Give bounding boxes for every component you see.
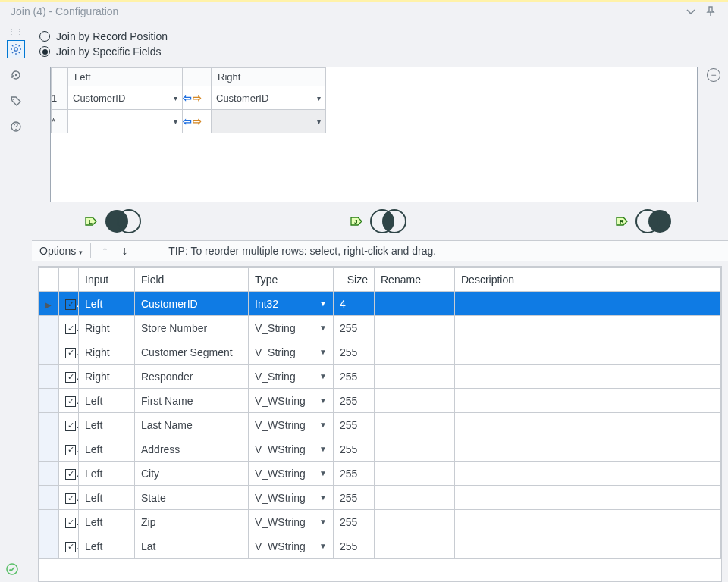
fields-grid-scroll[interactable]: Input Field Type Size Rename Description… — [39, 267, 721, 581]
cell-type-dropdown[interactable]: V_WString▼ — [249, 462, 334, 486]
row-handle[interactable] — [39, 365, 59, 389]
jf-right-select[interactable]: CustomerID▾ — [212, 86, 325, 109]
table-row[interactable]: ✓LeftCityV_WString▼255 — [39, 462, 721, 486]
cell-rename[interactable] — [375, 486, 455, 510]
table-row[interactable]: ✓LeftLast NameV_WString▼255 — [39, 413, 721, 437]
cell-description[interactable] — [455, 340, 721, 365]
cell-type-dropdown[interactable]: V_String▼ — [249, 365, 334, 389]
cell-description[interactable] — [455, 437, 721, 462]
jf-left-select[interactable]: ▾ — [68, 110, 182, 133]
col-input[interactable]: Input — [79, 268, 135, 292]
refresh-icon[interactable] — [7, 66, 25, 84]
cell-size[interactable]: 4 — [334, 292, 375, 316]
row-checkbox[interactable]: ✓ — [59, 462, 79, 486]
col-type[interactable]: Type — [249, 268, 334, 292]
table-row[interactable]: ✓LeftFirst NameV_WString▼255 — [39, 389, 721, 413]
table-row[interactable]: ✓RightCustomer SegmentV_String▼255 — [39, 340, 721, 365]
cell-type-dropdown[interactable]: V_WString▼ — [249, 413, 334, 437]
collapse-icon[interactable] — [684, 5, 698, 18]
cell-rename[interactable] — [375, 462, 455, 486]
row-checkbox[interactable]: ✓ — [59, 437, 79, 462]
cell-size[interactable]: 255 — [334, 437, 375, 462]
row-checkbox[interactable]: ✓ — [59, 534, 79, 559]
cell-rename[interactable] — [375, 292, 455, 316]
row-checkbox[interactable]: ✓ — [59, 365, 79, 389]
row-checkbox[interactable]: ✓ — [59, 292, 79, 316]
cell-description[interactable] — [455, 413, 721, 437]
cell-type-dropdown[interactable]: V_WString▼ — [249, 510, 334, 534]
row-handle[interactable] — [39, 389, 59, 413]
move-up-button[interactable]: ↑ — [99, 244, 111, 258]
cell-description[interactable] — [455, 534, 721, 559]
cell-size[interactable]: 255 — [334, 510, 375, 534]
row-handle[interactable]: ▶ — [39, 292, 59, 316]
cell-size[interactable]: 255 — [334, 413, 375, 437]
row-handle[interactable] — [39, 340, 59, 365]
cell-rename[interactable] — [375, 316, 455, 340]
cell-type-dropdown[interactable]: V_WString▼ — [249, 389, 334, 413]
cell-rename[interactable] — [375, 510, 455, 534]
swap-fields-button[interactable]: ⇦⇨ — [183, 92, 202, 104]
cell-rename[interactable] — [375, 437, 455, 462]
radio-join-by-fields[interactable]: Join by Specific Fields — [39, 45, 720, 58]
row-checkbox[interactable]: ✓ — [59, 389, 79, 413]
cell-size[interactable]: 255 — [334, 389, 375, 413]
cell-size[interactable]: 255 — [334, 316, 375, 340]
row-checkbox[interactable]: ✓ — [59, 413, 79, 437]
col-rename[interactable]: Rename — [375, 268, 455, 292]
cell-size[interactable]: 255 — [334, 365, 375, 389]
tag-icon[interactable] — [7, 92, 25, 110]
row-handle[interactable] — [39, 437, 59, 462]
cell-rename[interactable] — [375, 365, 455, 389]
cell-description[interactable] — [455, 389, 721, 413]
cell-type-dropdown[interactable]: V_String▼ — [249, 340, 334, 365]
col-field[interactable]: Field — [135, 268, 249, 292]
move-down-button[interactable]: ↓ — [118, 244, 130, 258]
cell-description[interactable] — [455, 292, 721, 316]
row-handle[interactable] — [39, 534, 59, 559]
cell-type-dropdown[interactable]: V_WString▼ — [249, 534, 334, 559]
row-handle[interactable] — [39, 462, 59, 486]
table-row[interactable]: ✓LeftZipV_WString▼255 — [39, 510, 721, 534]
options-dropdown[interactable]: Options ▾ — [39, 245, 83, 257]
table-row[interactable]: ✓RightResponderV_String▼255 — [39, 365, 721, 389]
cell-rename[interactable] — [375, 534, 455, 559]
cell-size[interactable]: 255 — [334, 486, 375, 510]
cell-type-dropdown[interactable]: Int32▼ — [249, 292, 334, 316]
row-handle[interactable] — [39, 486, 59, 510]
cell-type-dropdown[interactable]: V_WString▼ — [249, 437, 334, 462]
table-row[interactable]: ✓RightStore NumberV_String▼255 — [39, 316, 721, 340]
cell-rename[interactable] — [375, 340, 455, 365]
row-handle[interactable] — [39, 316, 59, 340]
row-checkbox[interactable]: ✓ — [59, 486, 79, 510]
table-row[interactable]: ▶✓LeftCustomerIDInt32▼4 — [39, 292, 721, 316]
cell-size[interactable]: 255 — [334, 340, 375, 365]
cell-description[interactable] — [455, 486, 721, 510]
swap-fields-button[interactable]: ⇦⇨ — [183, 115, 202, 127]
row-checkbox[interactable]: ✓ — [59, 510, 79, 534]
row-checkbox[interactable]: ✓ — [59, 316, 79, 340]
cell-type-dropdown[interactable]: V_WString▼ — [249, 486, 334, 510]
cell-size[interactable]: 255 — [334, 462, 375, 486]
row-handle[interactable] — [39, 413, 59, 437]
col-size[interactable]: Size — [334, 268, 375, 292]
table-row[interactable]: ✓LeftAddressV_WString▼255 — [39, 437, 721, 462]
cell-rename[interactable] — [375, 413, 455, 437]
cell-rename[interactable] — [375, 389, 455, 413]
radio-join-by-position[interactable]: Join by Record Position — [39, 30, 720, 42]
row-handle[interactable] — [39, 510, 59, 534]
pin-icon[interactable] — [704, 5, 717, 18]
cell-description[interactable] — [455, 316, 721, 340]
col-description[interactable]: Description — [455, 268, 721, 292]
cell-size[interactable]: 255 — [334, 534, 375, 559]
jf-left-select[interactable]: CustomerID▾ — [68, 86, 182, 109]
cell-description[interactable] — [455, 510, 721, 534]
cell-type-dropdown[interactable]: V_String▼ — [249, 316, 334, 340]
cell-description[interactable] — [455, 462, 721, 486]
gear-icon[interactable] — [7, 40, 25, 58]
remove-join-row-button[interactable]: − — [707, 68, 720, 82]
table-row[interactable]: ✓LeftStateV_WString▼255 — [39, 486, 721, 510]
cell-description[interactable] — [455, 365, 721, 389]
row-checkbox[interactable]: ✓ — [59, 340, 79, 365]
help-icon[interactable] — [7, 117, 25, 136]
